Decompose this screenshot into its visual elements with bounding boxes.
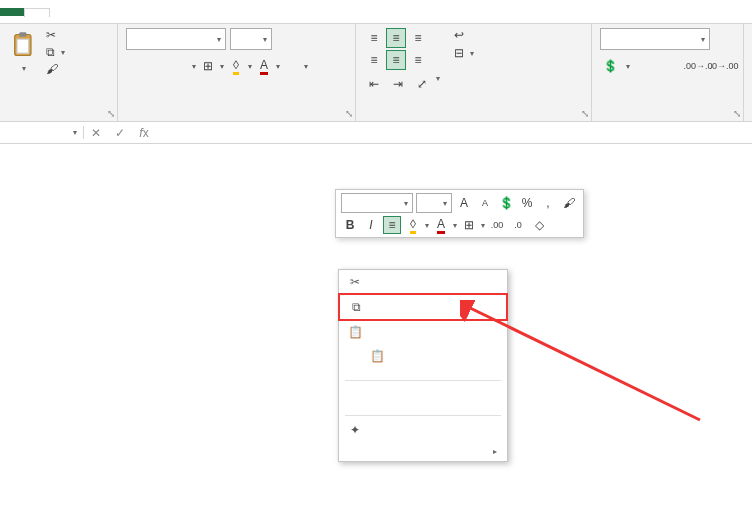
grow-font-button[interactable] <box>276 29 296 49</box>
mini-shrink-font[interactable]: A <box>476 194 494 212</box>
group-clipboard-label <box>8 117 109 119</box>
ctx-paste-options-label: 📋 <box>339 320 507 344</box>
increase-decimal-button[interactable]: .00→.0 <box>688 56 708 76</box>
decrease-decimal-button[interactable]: .0→.00 <box>714 56 734 76</box>
comma-button[interactable] <box>662 56 682 76</box>
name-box[interactable]: ▾ <box>0 126 84 139</box>
phonetic-button[interactable] <box>282 56 302 76</box>
merge-center-button[interactable]: ⊟▾ <box>454 46 474 60</box>
decrease-indent-button[interactable]: ⇤ <box>364 74 384 94</box>
ctx-quick-analysis[interactable]: ✦ <box>339 418 507 442</box>
align-middle-button[interactable]: ≡ <box>386 28 406 48</box>
ctx-copy[interactable]: ⧉ <box>340 295 506 319</box>
ctx-paste-special[interactable] <box>339 368 507 378</box>
tab-view[interactable] <box>170 8 194 16</box>
bucket-icon: ◊ <box>233 58 239 75</box>
formula-bar[interactable] <box>156 131 752 135</box>
mini-italic[interactable]: I <box>362 216 380 234</box>
clipboard-icon: 📋 <box>347 325 363 339</box>
group-number-label <box>600 117 735 119</box>
mini-toolbar: ▾ ▾ A A 💲 % , 🖌 B I ≡ ◊▾ A▾ ⊞▾ .00 .0 ◇ <box>335 189 584 238</box>
ctx-insert[interactable] <box>339 383 507 393</box>
sparkle-icon: ✦ <box>347 423 363 437</box>
wrap-text-button[interactable]: ↩ <box>454 28 474 42</box>
tab-page-layout[interactable] <box>74 8 98 16</box>
tab-formula[interactable] <box>98 8 122 16</box>
dialog-launcher-icon[interactable]: ⤡ <box>107 108 115 119</box>
clipboard-icon <box>10 30 38 60</box>
group-alignment-label <box>364 117 583 119</box>
paste-button[interactable]: ▾ <box>8 28 40 75</box>
format-painter-button[interactable]: 🖌 <box>46 62 65 76</box>
enter-button[interactable]: ✓ <box>108 126 132 140</box>
mini-bold[interactable]: B <box>341 216 359 234</box>
tab-insert[interactable] <box>50 8 74 16</box>
context-menu: ✂ ⧉ 📋 📋 ✦ ▸ <box>338 269 508 462</box>
mini-dec-dec[interactable]: .0 <box>509 216 527 234</box>
mini-percent[interactable]: % <box>518 194 536 212</box>
mini-currency[interactable]: 💲 <box>497 194 515 212</box>
tab-file[interactable] <box>0 8 24 16</box>
group-font-label <box>126 117 347 119</box>
font-size-select[interactable]: ▾ <box>230 28 272 50</box>
mini-border[interactable]: ⊞ <box>460 216 478 234</box>
mini-font-color[interactable]: A <box>432 216 450 234</box>
brush-icon: 🖌 <box>46 62 58 76</box>
orientation-button[interactable]: ⤢ <box>412 74 432 94</box>
font-color-button[interactable]: A <box>254 56 274 76</box>
ctx-clear[interactable] <box>339 403 507 413</box>
mini-clear-format[interactable]: ◇ <box>530 216 548 234</box>
chevron-down-icon: ▾ <box>22 64 26 73</box>
bold-button[interactable] <box>126 56 146 76</box>
clipboard-icon: 📋 <box>369 349 385 363</box>
align-right-button[interactable]: ≡ <box>408 50 428 70</box>
mini-format-painter[interactable]: 🖌 <box>560 194 578 212</box>
align-left-button[interactable]: ≡ <box>364 50 384 70</box>
align-center-button[interactable]: ≡ <box>386 50 406 70</box>
wrap-icon: ↩ <box>454 28 464 42</box>
mini-comma[interactable]: , <box>539 194 557 212</box>
italic-button[interactable] <box>148 56 168 76</box>
shrink-font-button[interactable] <box>300 29 320 49</box>
tab-data[interactable] <box>122 8 146 16</box>
align-bottom-button[interactable]: ≡ <box>408 28 428 48</box>
mini-grow-font[interactable]: A <box>455 194 473 212</box>
copy-icon: ⧉ <box>348 300 364 314</box>
ctx-filter[interactable]: ▸ <box>339 442 507 461</box>
percent-button[interactable] <box>636 56 656 76</box>
cancel-button[interactable]: ✕ <box>84 126 108 140</box>
border-button[interactable]: ⊞ <box>198 56 218 76</box>
font-name-select[interactable]: ▾ <box>126 28 226 50</box>
copy-icon: ⧉ <box>46 45 55 59</box>
fx-button[interactable]: fx <box>132 126 156 140</box>
mini-font-name[interactable]: ▾ <box>341 193 413 213</box>
tab-review[interactable] <box>146 8 170 16</box>
ctx-paste-option-values[interactable]: 📋 <box>339 344 507 368</box>
merge-icon: ⊟ <box>454 46 464 60</box>
svg-rect-2 <box>17 39 29 53</box>
dialog-launcher-icon[interactable]: ⤡ <box>581 108 589 119</box>
tab-home[interactable] <box>24 8 50 17</box>
mini-align-center[interactable]: ≡ <box>383 216 401 234</box>
fill-color-button[interactable]: ◊ <box>226 56 246 76</box>
currency-button[interactable]: 💲 <box>600 56 620 76</box>
dialog-launcher-icon[interactable]: ⤡ <box>345 108 353 119</box>
svg-rect-1 <box>19 32 26 37</box>
ctx-cut[interactable]: ✂ <box>339 270 507 294</box>
cut-button[interactable]: ✂ <box>46 28 65 42</box>
scissors-icon: ✂ <box>46 28 56 42</box>
number-format-select[interactable]: ▾ <box>600 28 710 50</box>
mini-fill-color[interactable]: ◊ <box>404 216 422 234</box>
increase-indent-button[interactable]: ⇥ <box>388 74 408 94</box>
scissors-icon: ✂ <box>347 275 363 289</box>
copy-button[interactable]: ⧉▾ <box>46 45 65 59</box>
underline-button[interactable] <box>170 56 190 76</box>
dialog-launcher-icon[interactable]: ⤡ <box>733 108 741 119</box>
mini-inc-dec[interactable]: .00 <box>488 216 506 234</box>
align-top-button[interactable]: ≡ <box>364 28 384 48</box>
mini-font-size[interactable]: ▾ <box>416 193 452 213</box>
ctx-delete[interactable] <box>339 393 507 403</box>
